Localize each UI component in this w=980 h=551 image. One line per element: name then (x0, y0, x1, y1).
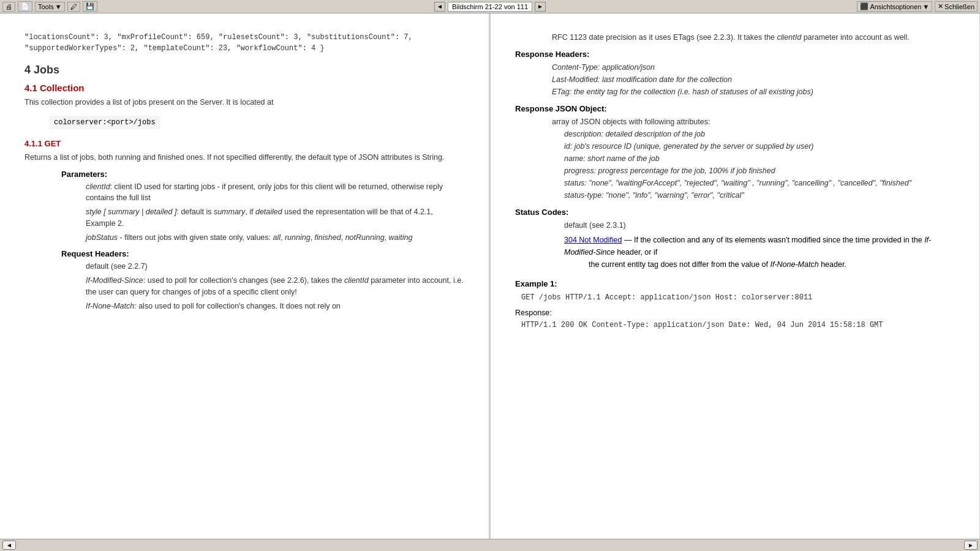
param-style-name: style [ summary | detailed ] (86, 208, 176, 216)
content-type-item: Content-Type: application/json (552, 61, 955, 73)
response-label: Response: (515, 309, 955, 317)
json-description: description: detailed description of the… (564, 128, 955, 140)
param-clientid-name: clientId (86, 182, 110, 191)
tools-chevron: ▼ (55, 3, 62, 10)
next-page-button[interactable]: ► (535, 2, 546, 12)
response-headers-heading: Response Headers: (515, 50, 955, 59)
json-status-type: status-type: "none", "info", "warning", … (564, 189, 955, 201)
close-icon: ✕ (938, 2, 943, 10)
param-jobstatus-text: - filters out jobs with given state only… (118, 233, 412, 242)
if-none-match-text: : also used to poll for collection's cha… (134, 302, 341, 310)
section-41-heading: 4.1 Collection (24, 83, 464, 93)
bottom-right-arrow[interactable]: ► (964, 541, 978, 550)
etag-item: ETag: the entity tag for the collection … (552, 86, 955, 98)
request-if-none-match: If-None-Match: also used to poll for col… (86, 301, 464, 312)
section-411-body: Returns a list of jobs, both running and… (24, 152, 464, 163)
toolbar: 🖨 📄 Tools ▼ 🖊 💾 ◄ Bildschirm 21-22 von 1… (0, 0, 980, 13)
toolbar-icon-2[interactable]: 📄 (18, 1, 32, 12)
json-progress: progress: progress percentage for the jo… (564, 165, 955, 177)
prev-page-button[interactable]: ◄ (434, 2, 445, 12)
view-options-icon: ⬛ (860, 2, 869, 10)
toolbar-icon-1[interactable]: 🖨 (2, 2, 15, 12)
if-modified-since-name: If-Modified-Since (86, 276, 143, 285)
view-options-chevron: ▼ (922, 3, 929, 10)
last-modified-item: Last-Modified: last modification date fo… (552, 73, 955, 86)
status-304-cont: the current entity tag does not differ f… (589, 258, 955, 271)
section-411-heading: 4.1.1 GET (24, 139, 464, 148)
json-name: name: short name of the job (564, 152, 955, 165)
bottom-left-arrow[interactable]: ◄ (2, 541, 16, 550)
right-intro: RFC 1123 date precision as it uses ETags… (552, 32, 955, 43)
close-label: Schließen (944, 3, 974, 10)
page-indicator: Bildschirm 21-22 von 111 (448, 2, 532, 12)
param-clientid-text: : client ID used for starting jobs - if … (86, 182, 443, 203)
params-heading: Parameters: (61, 170, 464, 179)
if-none-match-name: If-None-Match (86, 302, 134, 310)
request-if-modified-since: If-Modified-Since: used to poll for coll… (86, 275, 464, 298)
param-style: style [ summary | detailed ]: default is… (86, 206, 464, 230)
status-304-block: 304 Not Modified — If the collection and… (564, 234, 955, 271)
status-default: default (see 2.3.1) (564, 219, 955, 231)
toolbar-icon-4[interactable]: 💾 (83, 1, 97, 12)
json-id: id: job's resource ID (unique, generated… (564, 140, 955, 152)
view-options-button[interactable]: ⬛ Ansichtsoptionen ▼ (857, 1, 932, 12)
response-json-intro: array of JSON objects with following att… (552, 116, 955, 128)
toolbar-right: ⬛ Ansichtsoptionen ▼ ✕ Schließen (857, 1, 978, 12)
view-options-label: Ansichtsoptionen (870, 3, 921, 10)
code-block-top: "locationsCount": 3, "mxProfileCount": 6… (24, 32, 464, 54)
page-navigation: ◄ Bildschirm 21-22 von 111 ► (434, 2, 546, 12)
tools-menu[interactable]: Tools ▼ (35, 2, 65, 12)
section-4-heading: 4 Jobs (24, 64, 464, 77)
status-304-link[interactable]: 304 Not Modified (564, 236, 622, 244)
request-default: default (see 2.2.7) (86, 261, 464, 272)
page-right: RFC 1123 date precision as it uses ETags… (491, 13, 980, 539)
example1-request: GET /jobs HTTP/1.1 Accept: application/j… (521, 292, 955, 304)
status-codes-heading: Status Codes: (515, 208, 955, 217)
tools-label: Tools (38, 3, 54, 10)
param-clientid: clientId: client ID used for starting jo… (86, 181, 464, 204)
json-status: status: "none", "waitingForAccept", "rej… (564, 177, 955, 189)
param-jobstatus-name: jobStatus (86, 233, 118, 242)
page-left: "locationsCount": 3, "mxProfileCount": 6… (0, 13, 489, 539)
toolbar-icon-3[interactable]: 🖊 (67, 2, 80, 12)
param-jobstatus: jobStatus - filters out jobs with given … (86, 232, 464, 244)
request-heading: Request Headers: (61, 249, 464, 258)
example1-heading: Example 1: (515, 279, 955, 288)
section-41-body: This collection provides a list of jobs … (24, 97, 464, 108)
response-json-heading: Response JSON Object: (515, 104, 955, 113)
example1-response: HTTP/1.1 200 OK Content-Type: applicatio… (521, 320, 955, 331)
bottom-bar: ◄ ► (0, 539, 980, 551)
close-button[interactable]: ✕ Schließen (935, 1, 978, 12)
main-area: "locationsCount": 3, "mxProfileCount": 6… (0, 13, 980, 539)
section-41-code: colorserver:<port>/jobs (49, 116, 160, 129)
